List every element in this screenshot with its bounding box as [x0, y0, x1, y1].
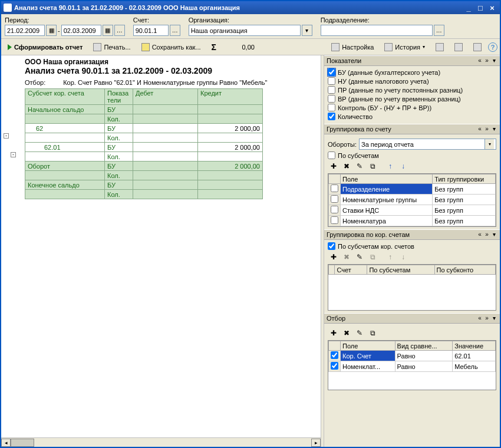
period-picker-button[interactable]: …	[114, 25, 125, 36]
minimize-button[interactable]: _	[463, 3, 474, 12]
horizontal-scrollbar[interactable]: ◂ ▸	[1, 437, 321, 447]
chevron-right-icon[interactable]: »	[483, 126, 490, 133]
delete-row-icon[interactable]: ✖	[341, 328, 352, 338]
account-input[interactable]	[133, 25, 169, 36]
row-label: Оборот	[25, 162, 105, 171]
chevron-down-icon[interactable]: ▾	[490, 57, 497, 64]
panel-header-group-corr[interactable]: Группировка по кор. счетам « » ▾	[324, 229, 500, 240]
settings-icon	[331, 43, 340, 51]
move-up-icon[interactable]: ↑	[384, 252, 396, 262]
window-title: Анализ счета 90.01.1 за 21.02.2009 - 02.…	[14, 4, 240, 11]
org-dropdown-button[interactable]: ▾	[302, 25, 312, 36]
sum-button[interactable]: Σ	[207, 41, 220, 54]
panel-header-filter[interactable]: Отбор « » ▾	[324, 313, 500, 324]
credit-value: 2 000,00	[198, 162, 263, 171]
grouping-table[interactable]: ПолеТип группировки ПодразделениеБез гру…	[328, 174, 496, 226]
credit-value: 2 000,00	[198, 124, 263, 133]
move-down-icon[interactable]: ↓	[397, 252, 409, 262]
row-label: Начальное сальдо	[25, 105, 105, 114]
date-from-input[interactable]	[5, 25, 45, 36]
turnover-select[interactable]: За период отчета▾	[359, 139, 496, 150]
col-credit: Кредит	[198, 89, 263, 105]
history-button[interactable]: История▾	[380, 41, 429, 54]
chk-nu[interactable]	[328, 77, 335, 85]
chk-by-subaccounts[interactable]	[328, 151, 335, 159]
edit-row-icon[interactable]: ✎	[354, 328, 365, 338]
print-button[interactable]: Печать...	[89, 41, 134, 54]
app-icon	[4, 4, 12, 12]
chk-qty[interactable]	[328, 113, 335, 120]
edit-row-icon[interactable]: ✎	[354, 161, 365, 172]
help-button[interactable]: ?	[488, 42, 497, 52]
corr-grouping-table[interactable]: СчетПо субсчетамПо субконто	[328, 265, 496, 275]
filter-table[interactable]: ПолеВид сравне...Значение Кор. СчетРавно…	[328, 341, 496, 372]
chevron-right-icon[interactable]: »	[483, 315, 490, 322]
scroll-thumb[interactable]	[11, 439, 34, 447]
chevron-left-icon[interactable]: «	[476, 315, 483, 322]
scroll-right-icon[interactable]: ▸	[311, 439, 321, 447]
row-label: Конечное сальдо	[25, 180, 105, 190]
chk-vr[interactable]	[328, 95, 335, 103]
dept-label: Подразделение:	[321, 17, 444, 24]
maximize-button[interactable]: □	[475, 3, 486, 12]
chevron-left-icon[interactable]: «	[476, 57, 483, 64]
date-to-input[interactable]	[61, 25, 101, 36]
chevron-down-icon[interactable]: ▾	[490, 315, 497, 322]
org-input[interactable]	[189, 25, 301, 36]
chevron-down-icon[interactable]: ▾	[490, 126, 497, 133]
tool-icon	[473, 43, 482, 51]
tool-button-1[interactable]	[431, 41, 448, 54]
add-row-icon[interactable]: ✚	[328, 161, 340, 172]
main-toolbar: Сформировать отчет Печать... Сохранить к…	[1, 39, 500, 55]
sum-value: 0,00	[223, 44, 258, 51]
tree-toggle[interactable]: -	[11, 152, 16, 157]
tree-toggle[interactable]: -	[4, 133, 9, 139]
dept-input[interactable]	[321, 25, 433, 36]
calendar-from-icon[interactable]: ▦	[46, 25, 57, 36]
edit-row-icon[interactable]: ✎	[354, 252, 365, 262]
panel-header-group-account[interactable]: Группировка по счету « » ▾	[324, 124, 500, 134]
account-picker-button[interactable]: …	[170, 25, 180, 36]
row-label: 62.01	[25, 143, 105, 152]
chevron-right-icon[interactable]: »	[483, 231, 490, 238]
move-up-icon[interactable]: ↑	[384, 161, 396, 172]
date-dash: -	[58, 27, 60, 34]
report-title: Анализ счета 90.01.1 за 21.02.2009 - 02.…	[25, 66, 321, 75]
chk-by-corr-sub[interactable]	[328, 242, 335, 250]
tool-button-3[interactable]	[469, 41, 486, 54]
form-report-button[interactable]: Сформировать отчет	[4, 41, 87, 54]
add-row-icon[interactable]: ✚	[328, 328, 340, 338]
chevron-left-icon[interactable]: «	[476, 126, 483, 133]
panel-header-indicators[interactable]: Показатели « » ▾	[324, 55, 500, 66]
move-down-icon[interactable]: ↓	[397, 161, 409, 172]
account-label: Счет:	[133, 17, 180, 24]
report-pane: - - ООО Наша организация Анализ счета 90…	[1, 55, 321, 447]
chk-pr[interactable]	[328, 86, 335, 94]
settings-button[interactable]: Настройка	[327, 41, 378, 54]
calendar-to-icon[interactable]: ▦	[103, 25, 113, 36]
copy-row-icon[interactable]: ⧉	[367, 252, 378, 262]
dept-picker-button[interactable]: …	[434, 25, 444, 36]
copy-row-icon[interactable]: ⧉	[367, 328, 378, 338]
filter-bar: Период: ▦ - ▦ … Счет: … Организация: ▾ П…	[1, 14, 500, 39]
copy-row-icon[interactable]: ⧉	[367, 161, 378, 172]
delete-row-icon[interactable]: ✖	[341, 252, 352, 262]
row-label: 62	[25, 124, 105, 133]
org-label: Организация:	[189, 17, 312, 24]
dropdown-icon[interactable]: ▾	[484, 139, 494, 149]
chk-bu[interactable]	[328, 68, 335, 76]
chevron-down-icon[interactable]: ▾	[490, 231, 497, 238]
add-row-icon[interactable]: ✚	[328, 252, 340, 262]
history-icon	[384, 43, 393, 51]
report-org: ООО Наша организация	[25, 58, 321, 66]
tool-button-2[interactable]	[450, 41, 467, 54]
chevron-left-icon[interactable]: «	[476, 231, 483, 238]
printer-icon	[93, 43, 101, 51]
scroll-left-icon[interactable]: ◂	[1, 439, 11, 447]
delete-row-icon[interactable]: ✖	[341, 161, 352, 172]
chk-control[interactable]	[328, 104, 335, 111]
col-subaccount: Субсчет кор. счета	[25, 89, 105, 105]
save-button[interactable]: Сохранить как...	[137, 41, 205, 54]
close-button[interactable]: ×	[487, 3, 497, 12]
chevron-right-icon[interactable]: »	[483, 57, 490, 64]
